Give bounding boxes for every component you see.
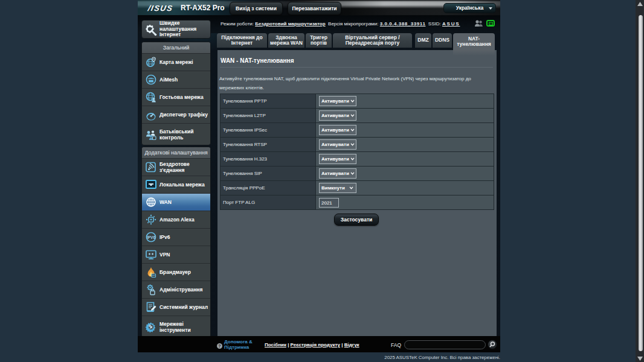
svg-text:IPV6: IPV6 xyxy=(147,235,155,240)
